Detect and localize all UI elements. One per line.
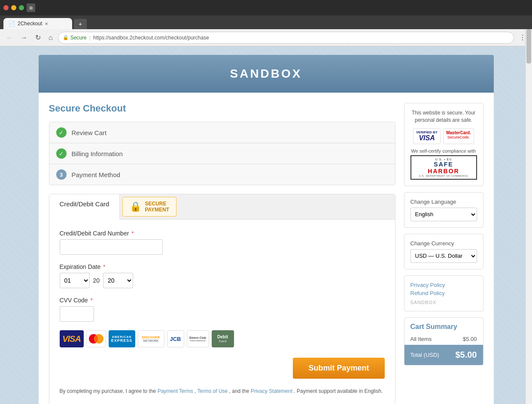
tab-title: 2Checkout [18,21,42,27]
privacy-statement-link[interactable]: Privacy Statement [251,388,292,394]
safe-harbor-badge: U.S. • EU SAFE HARBOR U.S. DEPARTMENT OF… [410,155,477,180]
jcb-logo: JCB [167,330,184,347]
secure-line2: PAYMENT [145,207,169,213]
payment-tabs: Credit/Debit Card 🔒 SECURE PAYMENT [49,194,395,220]
currency-section: Change Currency USD — U.S. Dollar EUR — … [404,234,483,269]
card-logos: VISA [60,330,385,347]
visa-logo: VISA [60,330,84,347]
step1-label: Review Cart [72,129,107,136]
submit-row: Submit Payment [60,358,385,379]
forward-button[interactable]: → [18,32,30,43]
scrollbar-thumb[interactable] [526,29,531,63]
cvv-label: CVV Code * [60,297,385,304]
step-billing: ✓ Billing Information [49,143,395,164]
secure-indicator: 🔒 Secure [63,35,87,41]
header-banner: SANDBOX [39,55,494,93]
cart-total-row: Total (USD) $5.00 [404,345,483,365]
main-content: Secure Checkout ✓ Review Cart ✓ Billing … [39,93,494,404]
card-number-label: Credit/Debit Card Number * [60,230,385,237]
cart-all-items-row: All Items $5.00 [404,333,483,345]
terms-of-use-link[interactable]: Terms of Use [198,388,228,394]
cvv-input[interactable] [60,306,94,322]
expiry-group: Expiration Date * 01 02 03 04 05 [60,263,385,288]
url-text: https://sandbox.2checkout.com/checkout/p… [93,35,209,41]
expiry-row: 01 02 03 04 05 06 07 08 09 10 [60,273,385,288]
language-section: Change Language English French Spanish G… [404,192,483,228]
mastercard-securecode-badge: MasterCard. SecureCode. [443,128,474,144]
expiry-year-prefix: 20 [93,277,100,284]
tab-favicon: 📄 [9,21,15,27]
required-star: * [131,230,134,237]
steps-container: ✓ Review Cart ✓ Billing Information 3 Pa… [49,122,395,185]
tab-close-icon[interactable]: ✕ [45,21,48,26]
verified-visa-badge: VERIFIED BY VISA [413,128,441,144]
page-container: SANDBOX Secure Checkout ✓ Review Cart ✓ … [34,55,498,404]
cart-summary-title: Cart Summary [404,318,483,333]
required-star-cvv: * [91,297,93,304]
step3-label: Payment Method [72,171,120,178]
security-text: This website is secure. Your personal de… [410,109,477,124]
new-tab-button[interactable]: + [74,19,87,29]
page-title: Secure Checkout [49,103,395,114]
payment-form: Credit/Debit Card Number * Expiration Da… [49,220,395,404]
step1-check-icon: ✓ [56,127,67,138]
cart-summary-box: Cart Summary All Items $5.00 Total (USD)… [404,317,483,365]
all-items-label: All Items [410,336,432,342]
refund-policy-link[interactable]: Refund Policy [410,290,477,296]
policy-links: Privacy Policy Refund Policy SANDBOX [404,275,483,311]
refresh-button[interactable]: ↻ [33,32,43,43]
privacy-policy-link[interactable]: Privacy Policy [410,282,477,288]
back-button[interactable]: ← [3,32,15,43]
lock-icon: 🔒 [63,35,69,40]
currency-label: Change Currency [410,240,477,247]
scrollbar[interactable] [525,29,532,404]
browser-toolbar: ← → ↻ ⌂ 🔒 Secure | https://sandbox.2chec… [0,29,532,46]
payment-terms-link[interactable]: Payment Terms [158,388,193,394]
secure-label: Secure [70,35,87,41]
step2-label: Billing Information [72,150,123,157]
expiry-year-select[interactable]: 20 21 22 23 24 25 [103,273,133,288]
step-payment: 3 Payment Method [49,164,395,185]
browser-icon: ⊞ [27,3,35,12]
step3-num-icon: 3 [56,169,67,180]
cart-total-label: Total (USD) [410,352,439,358]
all-items-value: $5.00 [463,336,477,342]
language-label: Change Language [410,199,477,205]
secure-lock-icon: 🔒 [130,201,141,212]
browser-chrome: ⊞ [0,0,532,15]
security-box: This website is secure. Your personal de… [404,103,483,186]
expiry-label: Expiration Date * [60,263,385,270]
card-number-group: Credit/Debit Card Number * [60,230,385,255]
browser-tab[interactable]: 📄 2Checkout ✕ [3,18,72,29]
browser-tab-bar: 📄 2Checkout ✕ + [0,15,532,29]
checkout-right: This website is secure. Your personal de… [404,103,483,404]
mastercard-logo [86,330,106,347]
terms-text: By completing my purchase, I agree to th… [60,387,385,395]
expiry-month-select[interactable]: 01 02 03 04 05 06 07 08 09 10 [60,273,90,288]
sandbox-label: SANDBOX [410,300,477,305]
secure-line1: SECURE [145,201,169,207]
discover-logo: DISCOVER NETWORK [138,330,164,347]
payment-section: Credit/Debit Card 🔒 SECURE PAYMENT [49,194,395,404]
card-number-input[interactable] [60,239,163,255]
amex-logo: AMERICAN EXPRESS [109,330,135,347]
safe-harbor-compliance-text: We self-certify compliance with [410,148,477,154]
secure-badge: 🔒 SECURE PAYMENT [122,197,176,217]
security-logos: VERIFIED BY VISA MasterCard. SecureCode. [410,128,477,144]
debit-logo: Debit Card [212,330,234,347]
header-title: SANDBOX [230,67,302,80]
language-select[interactable]: English French Spanish German [410,208,477,221]
page-background: SANDBOX Secure Checkout ✓ Review Cart ✓ … [0,46,532,404]
currency-select[interactable]: USD — U.S. Dollar EUR — Euro GBP — Briti… [410,249,477,263]
diners-logo: Diners Club International [187,330,209,347]
cvv-group: CVV Code * [60,297,385,322]
step2-check-icon: ✓ [56,148,67,159]
credit-debit-tab[interactable]: Credit/Debit Card [49,194,120,220]
checkout-left: Secure Checkout ✓ Review Cart ✓ Billing … [49,103,395,404]
home-button[interactable]: ⌂ [46,32,55,43]
submit-payment-button[interactable]: Submit Payment [293,358,384,379]
step-review-cart: ✓ Review Cart [49,122,395,143]
address-bar[interactable]: 🔒 Secure | https://sandbox.2checkout.com… [58,32,514,44]
required-star-expiry: * [103,263,105,270]
cart-total-amount: $5.00 [455,350,477,360]
